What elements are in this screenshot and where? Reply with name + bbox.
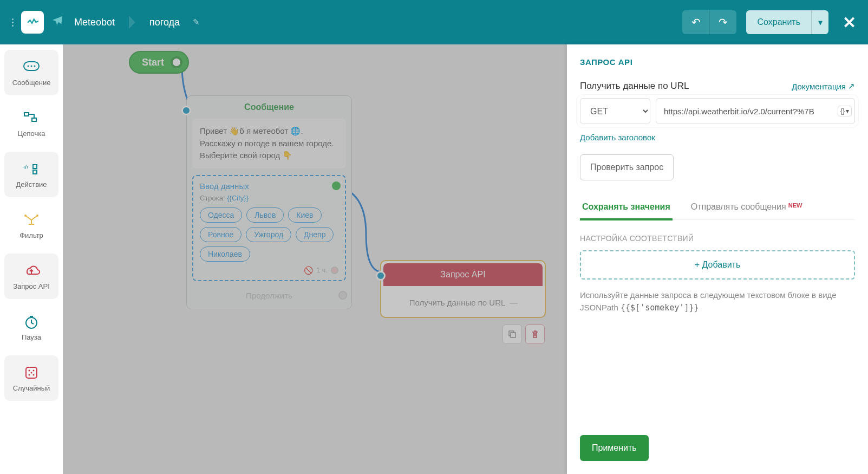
sidebar-item-pause[interactable]: Пауза <box>4 304 58 350</box>
svg-point-1 <box>28 65 29 67</box>
svg-rect-5 <box>32 118 36 121</box>
bot-name[interactable]: Meteobot <box>74 17 115 28</box>
topbar: Meteobot погода ✎ ↶ ↷ Сохранить ▾ ✕ <box>0 0 868 44</box>
tab-send-messages[interactable]: Отправлять сообщенияNEW <box>689 202 805 219</box>
drag-handle-icon[interactable] <box>12 18 14 27</box>
svg-point-16 <box>33 374 35 375</box>
message-icon <box>22 59 41 75</box>
hint-text: Используйте данные запроса в следующем т… <box>580 289 855 314</box>
sidebar-item-filter[interactable]: Фильтр <box>4 203 58 248</box>
braces-icon: {} <box>840 107 845 115</box>
sidebar-item-label: Действие <box>16 180 47 189</box>
sidebar-item-label: Случайный <box>13 384 50 392</box>
undo-redo-group: ↶ ↷ <box>682 10 736 34</box>
insert-variable-button[interactable]: {} ▾ <box>838 106 852 116</box>
add-mapping-button[interactable]: + Добавить <box>580 250 855 280</box>
flow-name[interactable]: погода <box>149 17 180 28</box>
tab-save-values[interactable]: Сохранять значения <box>580 202 673 219</box>
chevron-down-icon: ▾ <box>846 107 849 115</box>
sidebar-item-api[interactable]: Запрос API <box>4 254 58 299</box>
svg-point-3 <box>34 65 36 67</box>
panel-subtitle: Получить данные по URL <box>580 81 689 92</box>
apply-button[interactable]: Применить <box>580 435 649 461</box>
svg-point-15 <box>29 374 30 375</box>
svg-rect-8 <box>33 170 37 174</box>
breadcrumb-separator-icon <box>129 16 135 29</box>
action-icon: ‹/› <box>22 161 41 177</box>
dice-icon <box>22 365 41 381</box>
url-input[interactable] <box>656 98 855 124</box>
right-panel: ЗАПРОС API Получить данные по URL Докуме… <box>567 44 868 474</box>
svg-rect-7 <box>33 165 37 168</box>
clock-icon <box>22 314 41 330</box>
sidebar-item-label: Сообщение <box>12 79 51 87</box>
new-badge: NEW <box>788 202 802 209</box>
sidebar-item-random[interactable]: Случайный <box>4 355 58 401</box>
tabs: Сохранять значения Отправлять сообщенияN… <box>580 202 855 220</box>
mapping-heading: НАСТРОЙКА СООТВЕТСТВИЙ <box>580 234 855 243</box>
sidebar-item-chain[interactable]: Цепочка <box>4 101 58 146</box>
test-request-button[interactable]: Проверить запрос <box>580 154 674 180</box>
svg-rect-4 <box>24 113 29 116</box>
svg-point-10 <box>36 215 38 217</box>
chain-icon <box>22 110 41 126</box>
save-dropdown-button[interactable]: ▾ <box>811 10 828 34</box>
sidebar-item-label: Фильтр <box>19 231 43 239</box>
app-logo[interactable] <box>21 11 44 34</box>
panel-title: ЗАПРОС API <box>580 57 855 67</box>
documentation-link[interactable]: Документация ↗ <box>792 81 855 91</box>
svg-point-13 <box>29 369 30 371</box>
svg-text:‹/›: ‹/› <box>23 164 28 170</box>
close-icon[interactable]: ✕ <box>843 13 856 32</box>
external-link-icon: ↗ <box>848 81 855 91</box>
svg-point-9 <box>24 215 27 217</box>
cloud-api-icon <box>22 263 41 279</box>
svg-point-14 <box>33 369 35 371</box>
svg-point-17 <box>31 372 32 373</box>
save-button[interactable]: Сохранить <box>746 10 811 34</box>
sidebar-item-message[interactable]: Сообщение <box>4 50 58 95</box>
sidebar-item-action[interactable]: ‹/› Действие <box>4 152 58 197</box>
sidebar-item-label: Пауза <box>22 333 41 341</box>
pencil-icon[interactable]: ✎ <box>193 17 200 27</box>
sidebar-item-label: Цепочка <box>18 129 45 138</box>
add-header-link[interactable]: Добавить заголовок <box>580 133 655 142</box>
http-method-select[interactable]: GET <box>580 98 650 124</box>
filter-icon <box>22 212 41 228</box>
undo-button[interactable]: ↶ <box>682 10 709 34</box>
svg-point-2 <box>31 65 32 67</box>
sidebar: Сообщение Цепочка ‹/› Действие Фильтр За… <box>0 44 63 474</box>
redo-button[interactable]: ↷ <box>709 10 736 34</box>
sidebar-item-label: Запрос API <box>13 282 50 290</box>
save-group: Сохранить ▾ <box>746 10 828 34</box>
telegram-icon <box>51 15 63 30</box>
